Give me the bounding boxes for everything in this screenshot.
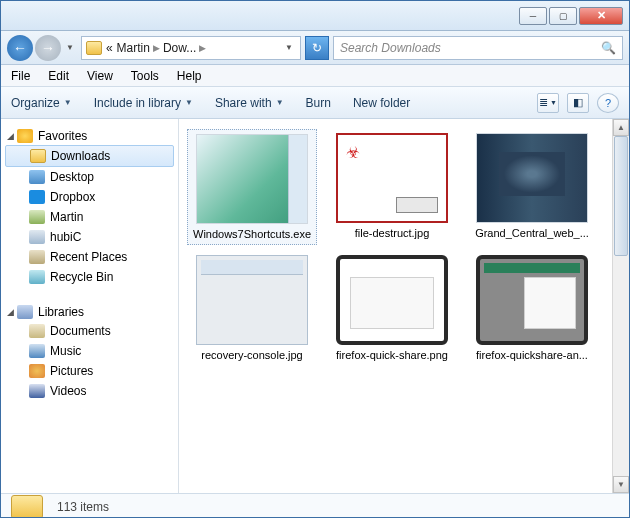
search-input[interactable]: Search Downloads 🔍 xyxy=(333,36,623,60)
desktop-icon xyxy=(29,170,45,184)
star-icon xyxy=(17,129,33,143)
crumb-martin[interactable]: Martin xyxy=(117,41,150,55)
maximize-button[interactable]: ▢ xyxy=(549,7,577,25)
sidebar-item-label: Music xyxy=(50,344,81,358)
file-item[interactable]: file-destruct.jpg xyxy=(327,129,457,245)
sidebar-item-dropbox[interactable]: Dropbox xyxy=(1,187,178,207)
sidebar-item-label: Pictures xyxy=(50,364,93,378)
file-name: file-destruct.jpg xyxy=(355,227,430,239)
favorites-group[interactable]: ◢ Favorites xyxy=(1,127,178,145)
close-button[interactable]: ✕ xyxy=(579,7,623,25)
file-thumbnail xyxy=(196,134,308,224)
status-bar: 113 items xyxy=(1,493,629,518)
scroll-thumb[interactable] xyxy=(614,136,628,256)
sidebar-item-music[interactable]: Music xyxy=(1,341,178,361)
chevron-right-icon[interactable]: ▶ xyxy=(153,43,160,53)
file-thumbnail xyxy=(336,255,448,345)
library-icon xyxy=(17,305,33,319)
view-mode-button[interactable]: ≣▼ xyxy=(537,93,559,113)
file-name: Windows7Shortcuts.exe xyxy=(193,228,311,240)
recent-icon xyxy=(29,250,45,264)
scrollbar[interactable]: ▲ ▼ xyxy=(612,119,629,493)
include-library-button[interactable]: Include in library▼ xyxy=(94,96,193,110)
nav-bar: ← → ▼ « Martin ▶ Dow... ▶ ▼ ↻ Search Dow… xyxy=(1,31,629,65)
scroll-up-button[interactable]: ▲ xyxy=(613,119,629,136)
menu-view[interactable]: View xyxy=(87,69,113,83)
file-name: Grand_Central_web_... xyxy=(475,227,589,239)
burn-button[interactable]: Burn xyxy=(306,96,331,110)
chevron-right-icon[interactable]: ▶ xyxy=(199,43,206,53)
file-thumbnail xyxy=(336,133,448,223)
menu-help[interactable]: Help xyxy=(177,69,202,83)
music-icon xyxy=(29,344,45,358)
content-area: ◢ Favorites DownloadsDesktopDropboxMarti… xyxy=(1,119,629,493)
sidebar-item-documents[interactable]: Documents xyxy=(1,321,178,341)
sidebar-item-desktop[interactable]: Desktop xyxy=(1,167,178,187)
menu-file[interactable]: File xyxy=(11,69,30,83)
back-button[interactable]: ← xyxy=(7,35,33,61)
breadcrumb[interactable]: « Martin ▶ Dow... ▶ ▼ xyxy=(81,36,301,60)
video-icon xyxy=(29,384,45,398)
doc-icon xyxy=(29,324,45,338)
file-thumbnail xyxy=(196,255,308,345)
chevron-down-icon: ▼ xyxy=(276,98,284,107)
hubic-icon xyxy=(29,230,45,244)
dropbox-icon xyxy=(29,190,45,204)
sidebar: ◢ Favorites DownloadsDesktopDropboxMarti… xyxy=(1,119,179,493)
forward-button[interactable]: → xyxy=(35,35,61,61)
refresh-button[interactable]: ↻ xyxy=(305,36,329,60)
pic-icon xyxy=(29,364,45,378)
sidebar-item-downloads[interactable]: Downloads xyxy=(5,145,174,167)
sidebar-item-recent-places[interactable]: Recent Places xyxy=(1,247,178,267)
new-folder-button[interactable]: New folder xyxy=(353,96,410,110)
sidebar-item-pictures[interactable]: Pictures xyxy=(1,361,178,381)
sidebar-item-label: Videos xyxy=(50,384,86,398)
sidebar-item-label: Documents xyxy=(50,324,111,338)
sidebar-item-martin[interactable]: Martin xyxy=(1,207,178,227)
scroll-down-button[interactable]: ▼ xyxy=(613,476,629,493)
libraries-group[interactable]: ◢ Libraries xyxy=(1,303,178,321)
sidebar-item-label: Dropbox xyxy=(50,190,95,204)
recycle-icon xyxy=(29,270,45,284)
file-item[interactable]: firefox-quickshare-an... xyxy=(467,251,597,365)
favorites-label: Favorites xyxy=(38,129,87,143)
titlebar: ─ ▢ ✕ xyxy=(1,1,629,31)
folder-icon xyxy=(11,495,43,519)
chevron-down-icon: ▼ xyxy=(64,98,72,107)
crumb-downloads[interactable]: Dow... xyxy=(163,41,196,55)
file-thumbnail xyxy=(476,133,588,223)
sidebar-item-label: hubiC xyxy=(50,230,81,244)
menu-tools[interactable]: Tools xyxy=(131,69,159,83)
file-area[interactable]: Windows7Shortcuts.exefile-destruct.jpgGr… xyxy=(179,119,612,493)
help-button[interactable]: ? xyxy=(597,93,619,113)
search-icon[interactable]: 🔍 xyxy=(601,41,616,55)
sidebar-item-label: Recycle Bin xyxy=(50,270,113,284)
sidebar-item-label: Downloads xyxy=(51,149,110,163)
file-item[interactable]: Windows7Shortcuts.exe xyxy=(187,129,317,245)
file-item[interactable]: firefox-quick-share.png xyxy=(327,251,457,365)
breadcrumb-dropdown-icon[interactable]: ▼ xyxy=(282,43,296,52)
preview-pane-button[interactable]: ◧ xyxy=(567,93,589,113)
chevron-down-icon: ▼ xyxy=(185,98,193,107)
sidebar-item-recycle-bin[interactable]: Recycle Bin xyxy=(1,267,178,287)
folder-icon xyxy=(86,41,102,55)
item-count: 113 items xyxy=(57,500,109,514)
history-dropdown-icon[interactable]: ▼ xyxy=(66,43,74,52)
folder-icon xyxy=(30,149,46,163)
file-item[interactable]: recovery-console.jpg xyxy=(187,251,317,365)
sidebar-item-hubic[interactable]: hubiC xyxy=(1,227,178,247)
organize-button[interactable]: Organize▼ xyxy=(11,96,72,110)
crumb-prefix: « xyxy=(106,41,113,55)
collapse-icon[interactable]: ◢ xyxy=(7,307,17,317)
user-icon xyxy=(29,210,45,224)
collapse-icon[interactable]: ◢ xyxy=(7,131,17,141)
chevron-down-icon: ▼ xyxy=(550,99,557,106)
file-item[interactable]: Grand_Central_web_... xyxy=(467,129,597,245)
minimize-button[interactable]: ─ xyxy=(519,7,547,25)
sidebar-item-videos[interactable]: Videos xyxy=(1,381,178,401)
search-placeholder: Search Downloads xyxy=(340,41,441,55)
toolbar: Organize▼ Include in library▼ Share with… xyxy=(1,87,629,119)
menu-bar: File Edit View Tools Help xyxy=(1,65,629,87)
share-with-button[interactable]: Share with▼ xyxy=(215,96,284,110)
menu-edit[interactable]: Edit xyxy=(48,69,69,83)
